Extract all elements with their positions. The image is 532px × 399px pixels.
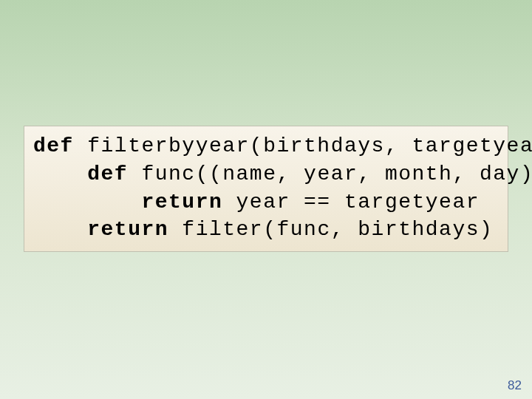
code-line: def func((name, year, month, day)): (33, 160, 499, 188)
keyword: return (141, 191, 222, 214)
code-line: return year == targetyear (33, 188, 499, 216)
page-number: 82 (508, 378, 522, 393)
indent (33, 191, 141, 214)
keyword: return (87, 218, 168, 241)
code-line: def filterbyyear(birthdays, targetyear): (33, 132, 499, 160)
code-line: return filter(func, birthdays) (33, 216, 499, 244)
slide: def filterbyyear(birthdays, targetyear):… (0, 0, 532, 399)
code-text: filter(func, birthdays) (168, 218, 493, 241)
indent (33, 218, 87, 241)
keyword: def (87, 163, 128, 185)
code-text: year == targetyear (222, 191, 480, 214)
code-text: func((name, year, month, day)): (128, 163, 532, 185)
code-text: filterbyyear(birthdays, targetyear): (74, 134, 532, 157)
keyword: def (33, 134, 74, 157)
code-block: def filterbyyear(birthdays, targetyear):… (24, 126, 508, 252)
indent (33, 163, 87, 185)
